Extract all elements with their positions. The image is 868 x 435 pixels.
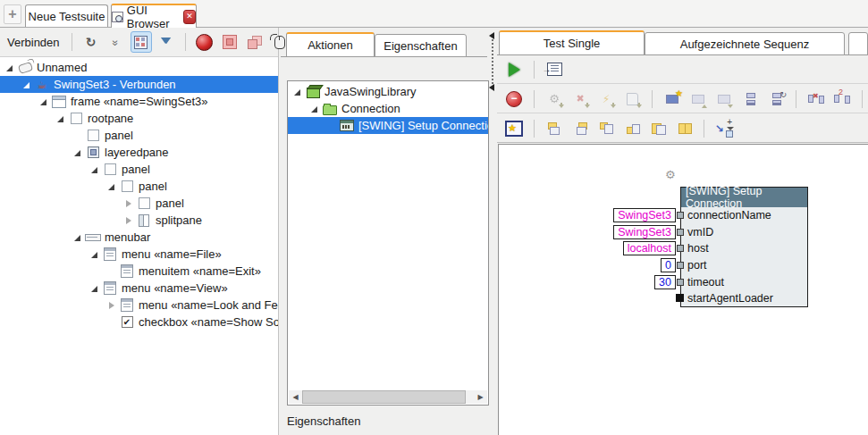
insert-above-icon[interactable]	[687, 88, 709, 110]
reconnect-steps-icon[interactable]: ↻	[765, 88, 787, 110]
tree-expander-icon[interactable]	[310, 105, 319, 113]
remove-breakpoint-icon[interactable]: −	[503, 88, 525, 110]
tree-item[interactable]: ☕SwingSet3 - Verbunden	[0, 76, 278, 93]
connect-numbered-icon[interactable]: 2	[831, 88, 853, 110]
new-step-icon[interactable]: ★	[662, 88, 683, 110]
diagram-canvas[interactable]: ⚙ [SWING] Setup ConnectionSwingSet3conne…	[498, 144, 868, 435]
tree-item[interactable]: rootpane	[0, 110, 278, 127]
tree-item[interactable]: menubar	[0, 229, 278, 246]
tree-expander-icon[interactable]	[56, 114, 65, 123]
tree-item[interactable]: panel	[0, 127, 278, 144]
layout-top-icon[interactable]	[595, 118, 617, 139]
panel-splitter[interactable]	[488, 32, 496, 91]
tab-neue-testsuite[interactable]: Neue Testsuite	[25, 4, 108, 27]
tree-expander-icon[interactable]	[107, 301, 116, 310]
tree-expander-icon[interactable]	[90, 165, 99, 174]
page-step-icon[interactable]	[621, 88, 643, 110]
tree-expander-icon[interactable]	[22, 80, 31, 89]
tree-expander-icon[interactable]	[107, 182, 116, 191]
tab-aufgezeichnete-sequenz[interactable]: Aufgezeichnete Sequenz	[645, 32, 845, 55]
tree-item[interactable]: panel	[0, 178, 278, 195]
scrollbar-thumb[interactable]	[302, 390, 466, 404]
tree-item[interactable]: [SWING] Setup Connection	[288, 117, 488, 134]
horizontal-scrollbar[interactable]: ◀ ▶	[289, 390, 487, 404]
delete-step-icon[interactable]: ✖	[569, 88, 591, 110]
tree-expander-icon[interactable]	[90, 284, 99, 293]
setup-connection-node[interactable]: [SWING] Setup ConnectionSwingSet3connect…	[595, 187, 808, 307]
new-diagram-icon[interactable]: ★	[503, 118, 525, 139]
connect-steps-icon[interactable]	[739, 88, 761, 110]
port-value-box[interactable]: localhost	[623, 241, 676, 255]
close-tab-icon[interactable]	[183, 10, 196, 24]
gear-step-icon[interactable]: ⚙	[544, 88, 565, 110]
disconnect-steps-icon[interactable]: ✖	[805, 88, 827, 110]
step-into-icon[interactable]: →	[544, 59, 565, 80]
tree-item[interactable]: menu «name=File»	[0, 246, 278, 263]
layout-left-top-icon[interactable]	[544, 118, 565, 139]
verbinden-menu-button[interactable]: Verbinden	[4, 34, 63, 51]
tab-stub[interactable]	[848, 32, 868, 55]
port-value-box[interactable]: 30	[654, 275, 676, 289]
tab-test-single[interactable]: Test Single	[499, 30, 645, 55]
layout-stack-icon[interactable]	[647, 118, 669, 139]
filter-icon[interactable]	[156, 31, 177, 53]
tree-expander-icon[interactable]	[90, 250, 99, 259]
port-pin-icon[interactable]	[676, 294, 684, 302]
play-icon[interactable]	[503, 59, 525, 80]
tree-item[interactable]: splitpane	[0, 212, 278, 229]
node-port-row[interactable]: port	[680, 257, 808, 274]
node-port-row[interactable]: connectionName	[680, 207, 808, 224]
tree-expander-icon[interactable]	[39, 97, 48, 106]
node-port-row[interactable]: vmID	[680, 224, 808, 241]
components-grid-icon[interactable]	[131, 31, 152, 53]
port-pin-icon[interactable]	[677, 212, 684, 219]
layout-right-top-icon[interactable]	[569, 118, 591, 139]
port-value-box[interactable]: SwingSet3	[613, 225, 676, 239]
scroll-right-icon[interactable]: ▶	[474, 390, 487, 404]
collapse-left-icon[interactable]	[489, 32, 494, 39]
tree-expander-icon[interactable]	[124, 216, 133, 225]
tree-item[interactable]: menuitem «name=Exit»	[0, 263, 278, 280]
node-port-row[interactable]: timeout	[680, 273, 808, 290]
insert-below-icon[interactable]	[713, 88, 735, 110]
port-pin-icon[interactable]	[677, 262, 684, 269]
tree-item[interactable]: frame «name=SwingSet3»	[0, 93, 278, 110]
tree-expander-icon[interactable]	[124, 199, 133, 208]
port-pin-icon[interactable]	[677, 229, 684, 236]
copy-icon[interactable]	[244, 31, 265, 53]
gear-icon[interactable]: ⚙	[665, 168, 676, 181]
tab-eigenschaften[interactable]: Eigenschaften	[375, 34, 467, 57]
expand-chevrons-icon[interactable]: »	[105, 31, 127, 53]
port-pin-icon[interactable]	[677, 245, 684, 252]
tree-item[interactable]: menu «name=Look and Fee	[0, 297, 278, 314]
tree-expander-icon[interactable]	[73, 148, 82, 157]
port-pin-icon[interactable]	[677, 279, 684, 286]
add-connection-icon[interactable]: ↘+	[713, 118, 735, 139]
layout-bottom-icon[interactable]	[621, 118, 643, 139]
refresh-icon[interactable]: ↻	[80, 31, 102, 53]
layout-columns-icon[interactable]	[673, 118, 695, 139]
tree-item[interactable]: Unnamed	[0, 59, 278, 76]
tree-item[interactable]: Connection	[288, 100, 488, 117]
port-value-box[interactable]: 0	[661, 258, 676, 272]
tab-gui-browser[interactable]: GUI Browser	[111, 4, 197, 28]
tree-item[interactable]: panel	[0, 195, 278, 212]
node-port-row[interactable]: startAgentLoader	[680, 290, 808, 307]
tree-expander-icon[interactable]	[5, 63, 14, 72]
exec-step-icon[interactable]: ⚡	[595, 88, 617, 110]
tree-item[interactable]: layeredpane	[0, 144, 278, 161]
tree-item[interactable]: JavaSwingLibrary	[288, 83, 488, 100]
tree-item[interactable]: ✔checkbox «name=Show Sou	[0, 314, 278, 330]
node-port-row[interactable]: host	[680, 240, 808, 257]
tree-expander-icon[interactable]	[73, 233, 82, 242]
new-tab-button[interactable]: +	[4, 4, 21, 24]
tree-item[interactable]: menu «name=View»	[0, 280, 278, 297]
node-header[interactable]: [SWING] Setup Connection	[680, 187, 808, 207]
tree-item[interactable]: panel	[0, 161, 278, 178]
tree-expander-icon[interactable]	[293, 88, 302, 96]
tab-aktionen[interactable]: Aktionen	[286, 32, 375, 57]
collapse-left-icon[interactable]	[489, 84, 494, 91]
scroll-left-icon[interactable]: ◀	[289, 390, 302, 404]
stop-icon[interactable]	[219, 31, 240, 53]
port-value-box[interactable]: SwingSet3	[613, 208, 676, 222]
